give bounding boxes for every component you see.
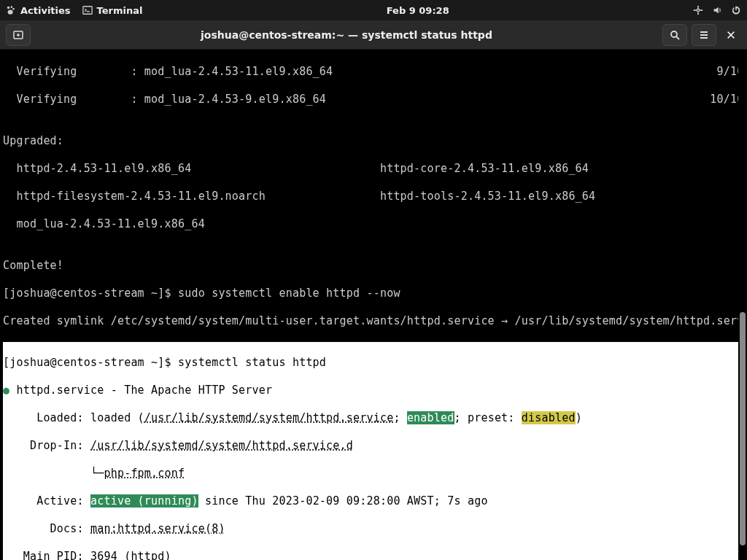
terminal-app-indicator[interactable]: Terminal xyxy=(82,5,143,16)
svg-point-8 xyxy=(701,9,703,11)
close-button[interactable] xyxy=(721,25,741,45)
svg-point-7 xyxy=(694,9,695,11)
window-title: joshua@centos-stream:~ — systemctl statu… xyxy=(31,29,662,41)
gnome-topbar: Activities Terminal Feb 9 09:28 xyxy=(0,0,747,20)
svg-point-2 xyxy=(12,8,15,10)
t: Complete! xyxy=(3,259,744,273)
terminal-output[interactable]: Verifying : mod_lua-2.4.53-11.el9.x86_64… xyxy=(0,50,747,560)
status-dot-icon: ● xyxy=(3,384,9,397)
t: Docs: xyxy=(3,522,90,535)
t: mod_lua-2.4.53-11.el9.x86_64 xyxy=(3,217,744,231)
terminal-app-label: Terminal xyxy=(97,5,143,16)
new-tab-button[interactable] xyxy=(6,24,31,46)
system-tray[interactable] xyxy=(693,5,741,15)
t: php-fpm.conf xyxy=(104,467,185,480)
t: Verifying : mod_lua-2.4.53-9.el9.x86_64 xyxy=(3,93,703,106)
t: /usr/lib/systemd/system/httpd.service xyxy=(144,411,394,424)
prompt: [joshua@centos-stream ~]$ xyxy=(3,356,178,369)
menu-button[interactable] xyxy=(692,24,716,46)
power-icon xyxy=(731,5,741,15)
t: ; preset: xyxy=(454,411,522,424)
svg-point-11 xyxy=(671,31,677,37)
t: Active: xyxy=(3,494,90,508)
clock[interactable]: Feb 9 09:28 xyxy=(142,5,693,16)
enabled-badge: enabled xyxy=(407,411,454,424)
svg-point-1 xyxy=(11,6,13,8)
network-icon xyxy=(693,5,703,15)
scrollbar[interactable] xyxy=(738,50,747,560)
t: man:httpd.service(8) xyxy=(90,522,225,535)
prompt: [joshua@centos-stream ~]$ xyxy=(3,287,178,300)
t: Drop-In: xyxy=(3,439,90,452)
volume-icon xyxy=(712,5,722,15)
terminal-icon xyxy=(82,5,93,15)
search-icon xyxy=(669,29,681,41)
t: httpd.service - The Apache HTTP Server xyxy=(9,384,272,397)
t: Created symlink /etc/systemd/system/mult… xyxy=(3,314,744,328)
svg-point-6 xyxy=(697,13,699,15)
disabled-badge: disabled xyxy=(522,411,576,424)
t: since Thu 2023-02-09 09:28:00 AWST; 7s a… xyxy=(198,494,488,508)
svg-rect-4 xyxy=(82,7,91,15)
t: /usr/lib/systemd/system/httpd.service.d xyxy=(90,439,353,452)
t: httpd-filesystem-2.4.53-11.el9.noarch ht… xyxy=(3,190,744,203)
svg-point-3 xyxy=(8,10,13,15)
gnome-foot-icon xyxy=(6,5,16,15)
t: httpd-2.4.53-11.el9.x86_64 httpd-core-2.… xyxy=(3,162,744,176)
status-block: [joshua@centos-stream ~]$ systemctl stat… xyxy=(3,342,744,560)
t: Verifying : mod_lua-2.4.53-11.el9.x86_64 xyxy=(3,65,710,78)
close-icon xyxy=(726,30,736,40)
cmd: systemctl status httpd xyxy=(178,356,326,369)
t: Main PID: 3694 (httpd) xyxy=(3,550,744,560)
active-badge: active (running) xyxy=(90,494,198,508)
activities-label: Activities xyxy=(20,5,71,16)
search-button[interactable] xyxy=(662,24,687,46)
new-tab-icon xyxy=(12,29,24,41)
t: ) xyxy=(576,411,582,424)
activities-button[interactable]: Activities xyxy=(6,5,71,16)
t: Loaded: loaded ( xyxy=(3,411,144,424)
svg-point-5 xyxy=(697,6,699,7)
t: ; xyxy=(393,411,406,424)
window-titlebar: joshua@centos-stream:~ — systemctl statu… xyxy=(0,20,747,50)
svg-point-0 xyxy=(7,7,10,9)
t: Upgraded: xyxy=(3,134,744,148)
t: └─ xyxy=(3,467,104,480)
scrollbar-thumb[interactable] xyxy=(740,312,746,545)
hamburger-icon xyxy=(698,29,710,41)
cmd: sudo systemctl enable httpd --now xyxy=(178,287,400,300)
